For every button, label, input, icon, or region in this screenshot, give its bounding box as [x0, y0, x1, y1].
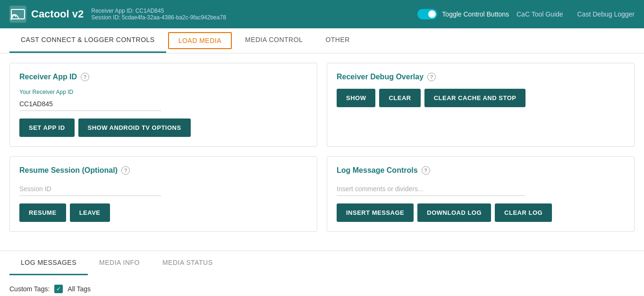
- clear-log-button[interactable]: CLEAR LOG: [495, 203, 552, 222]
- bottom-content: Custom Tags: ✓ All Tags: [9, 275, 635, 296]
- receiver-app-id-title: Receiver App ID ?: [19, 73, 307, 81]
- svg-rect-0: [9, 6, 26, 23]
- resume-session-buttons: RESUME LEAVE: [19, 203, 307, 222]
- tab-media-control[interactable]: MEDIA CONTROL: [234, 28, 314, 53]
- cast-logo-icon: [9, 6, 26, 23]
- toggle-label: Toggle Control Buttons: [442, 10, 509, 18]
- tab-log-messages[interactable]: LOG MESSAGES: [9, 251, 88, 275]
- receiver-app-id-input-label: Your Receiver App ID: [19, 89, 307, 95]
- clear-button[interactable]: CLEAR: [379, 89, 420, 107]
- show-android-tv-button[interactable]: SHOW ANDROID TV OPTIONS: [78, 118, 191, 137]
- resume-button[interactable]: RESUME: [19, 203, 66, 222]
- session-id-info: Session ID: 5cdae4fa-32aa-4386-ba2c-9fac…: [91, 14, 226, 21]
- log-message-controls-panel: Log Message Controls ? INSERT MESSAGE DO…: [327, 156, 635, 232]
- download-log-button[interactable]: DOWNLOAD LOG: [417, 203, 491, 222]
- log-comment-input[interactable]: [337, 182, 525, 196]
- all-tags-label: All Tags: [68, 285, 91, 293]
- tab-media-status[interactable]: MEDIA STATUS: [151, 251, 224, 275]
- header-links: CaC Tool Guide Cast Debug Logger: [517, 10, 635, 18]
- panels-row-1: Receiver App ID ? Your Receiver App ID S…: [9, 63, 635, 147]
- header-info: Receiver App ID: CC1AD845 Session ID: 5c…: [91, 8, 226, 21]
- resume-session-title: Resume Session (Optional) ?: [19, 166, 307, 175]
- receiver-debug-overlay-title: Receiver Debug Overlay ?: [337, 73, 625, 81]
- svg-point-2: [10, 18, 12, 20]
- logo-text: Cactool v2: [31, 8, 84, 20]
- leave-button[interactable]: LEAVE: [70, 203, 110, 222]
- log-message-controls-help-icon[interactable]: ?: [422, 166, 430, 175]
- receiver-debug-overlay-panel: Receiver Debug Overlay ? SHOW CLEAR CLEA…: [327, 63, 635, 147]
- receiver-debug-overlay-help-icon[interactable]: ?: [427, 73, 436, 81]
- logo: Cactool v2: [9, 6, 84, 23]
- receiver-debug-overlay-buttons: SHOW CLEAR CLEAR CACHE AND STOP: [337, 89, 625, 107]
- app-header: Cactool v2 Receiver App ID: CC1AD845 Ses…: [0, 0, 644, 28]
- log-message-controls-title: Log Message Controls ?: [337, 166, 625, 175]
- receiver-app-id-help-icon[interactable]: ?: [81, 73, 89, 81]
- cac-tool-guide-link[interactable]: CaC Tool Guide: [517, 10, 563, 18]
- tab-other[interactable]: OTHER: [314, 28, 361, 53]
- receiver-app-id-panel: Receiver App ID ? Your Receiver App ID S…: [9, 63, 317, 147]
- resume-session-panel: Resume Session (Optional) ? RESUME LEAVE: [9, 156, 317, 232]
- custom-tags-label: Custom Tags:: [9, 285, 50, 293]
- show-button[interactable]: SHOW: [337, 89, 375, 107]
- insert-message-button[interactable]: INSERT MESSAGE: [337, 203, 414, 222]
- tab-media-info[interactable]: MEDIA INFO: [88, 251, 151, 275]
- receiver-app-id-info: Receiver App ID: CC1AD845: [91, 8, 226, 14]
- all-tags-checkbox[interactable]: ✓: [54, 285, 63, 293]
- resume-session-help-icon[interactable]: ?: [121, 166, 130, 175]
- receiver-app-id-input[interactable]: [19, 97, 161, 111]
- cast-debug-logger-link[interactable]: Cast Debug Logger: [577, 10, 635, 18]
- bottom-tabs: LOG MESSAGES MEDIA INFO MEDIA STATUS: [9, 251, 635, 275]
- clear-cache-stop-button[interactable]: CLEAR CACHE AND STOP: [424, 89, 526, 107]
- toggle-control-section: Toggle Control Buttons: [417, 9, 509, 19]
- receiver-app-id-buttons: SET APP ID SHOW ANDROID TV OPTIONS: [19, 118, 307, 137]
- nav-tabs: CAST CONNECT & LOGGER CONTROLS LOAD MEDI…: [0, 28, 644, 53]
- session-id-input[interactable]: [19, 182, 161, 196]
- panels-row-2: Resume Session (Optional) ? RESUME LEAVE…: [9, 156, 635, 232]
- log-message-buttons: INSERT MESSAGE DOWNLOAD LOG CLEAR LOG: [337, 203, 625, 222]
- main-content: Receiver App ID ? Your Receiver App ID S…: [0, 53, 644, 251]
- set-app-id-button[interactable]: SET APP ID: [19, 118, 75, 137]
- toggle-switch[interactable]: [417, 9, 437, 19]
- bottom-tabs-container: LOG MESSAGES MEDIA INFO MEDIA STATUS Cus…: [0, 251, 644, 296]
- tab-load-media[interactable]: LOAD MEDIA: [168, 32, 232, 49]
- tab-cast-connect[interactable]: CAST CONNECT & LOGGER CONTROLS: [9, 28, 166, 53]
